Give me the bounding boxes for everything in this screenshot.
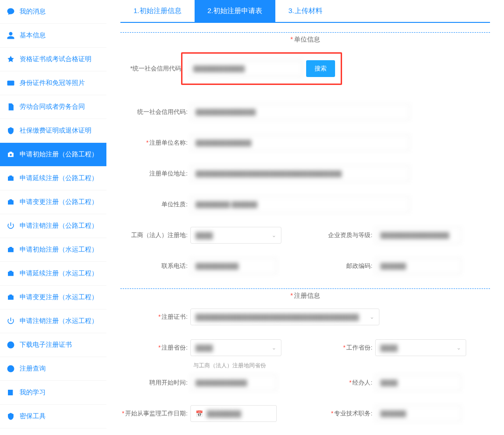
sidebar-item-social-security[interactable]: 社保缴费证明或退休证明 <box>0 119 106 143</box>
qual-level-input[interactable] <box>375 227 462 244</box>
sidebar-item-label: 申请延续注册（水运工程） <box>20 269 98 278</box>
unit-name-input[interactable] <box>190 134 410 151</box>
reg-province-select[interactable]: ████ ⌄ <box>190 339 281 356</box>
idcard-icon <box>7 79 15 87</box>
sidebar: 我的消息 基本信息 资格证书或考试合格证明 身份证件和免冠等照片 劳动合同或者劳… <box>0 0 106 435</box>
camera-icon <box>7 150 15 159</box>
sidebar-item-label: 申请注销注册（公路工程） <box>20 222 98 230</box>
sidebar-item-qualification-cert[interactable]: 资格证书或考试合格证明 <box>0 48 106 71</box>
hire-start-input[interactable] <box>190 374 277 391</box>
power-icon <box>7 222 15 230</box>
credit-code-label: 统一社会信用代码: <box>120 108 190 116</box>
sidebar-item-label: 基本信息 <box>20 31 46 40</box>
badge-icon <box>7 55 15 63</box>
svg-rect-0 <box>7 81 14 86</box>
credit-code-search-row: *统一社会信用代码 搜索 <box>120 52 490 85</box>
tab-initial-reg-info[interactable]: 1.初始注册信息 <box>120 0 195 22</box>
shield-icon <box>7 126 15 135</box>
sidebar-item-label: 密保工具 <box>20 412 46 421</box>
user-icon <box>7 31 15 40</box>
credit-code-search-label: *统一社会信用代码 <box>120 64 181 73</box>
phone-input[interactable] <box>190 258 277 274</box>
search-button[interactable]: 搜索 <box>306 60 335 77</box>
sidebar-item-label: 申请初始注册（水运工程） <box>20 246 98 254</box>
file-icon <box>7 103 15 111</box>
power-icon <box>7 317 15 325</box>
cert-label: *注册证书: <box>120 313 190 321</box>
sidebar-item-renew-reg-water[interactable]: 申请延续注册（水运工程） <box>0 262 106 286</box>
tab-upload-materials[interactable]: 3.上传材料 <box>275 0 336 22</box>
unit-name-label: *注册单位名称: <box>120 139 190 147</box>
reg-province-hint: 与工商（法人）注册地同省份 <box>193 362 490 370</box>
unit-type-input[interactable] <box>190 196 410 213</box>
sidebar-item-label: 劳动合同或者劳务合同 <box>20 103 85 111</box>
handler-label: *经办人: <box>305 379 375 387</box>
camera-icon <box>7 293 15 302</box>
sidebar-item-my-study[interactable]: 我的学习 <box>0 381 106 405</box>
phone-label: 联系电话: <box>120 262 190 270</box>
sidebar-item-labor-contract[interactable]: 劳动合同或者劳务合同 <box>0 95 106 119</box>
sidebar-item-cancel-reg-water[interactable]: 申请注销注册（水运工程） <box>0 309 106 333</box>
handler-input[interactable] <box>375 374 462 391</box>
sidebar-item-my-messages[interactable]: 我的消息 <box>0 0 106 24</box>
book-icon <box>7 388 15 397</box>
work-province-label: *工作省份: <box>305 344 375 352</box>
chevron-down-icon: ⌄ <box>370 314 374 320</box>
credit-code-search-box: 搜索 <box>181 52 342 85</box>
unit-addr-label: 注册单位地址: <box>120 169 190 178</box>
sidebar-item-label: 下载电子注册证书 <box>20 341 72 349</box>
sidebar-item-security-tool[interactable]: 密保工具 <box>0 405 106 428</box>
svg-point-1 <box>10 154 12 156</box>
tab-initial-reg-form[interactable]: 2.初始注册申请表 <box>195 0 276 22</box>
cert-select[interactable]: ██████████████████████████████████████ ⌄ <box>190 309 379 325</box>
check-icon <box>7 412 15 421</box>
sidebar-item-initial-reg-road[interactable]: 申请初始注册（公路工程） <box>0 143 106 167</box>
sidebar-item-label: 申请初始注册（公路工程） <box>20 150 98 159</box>
section-title-reg-info: *注册信息 <box>120 288 490 309</box>
sidebar-item-reg-query[interactable]: 注册查询 <box>0 357 106 381</box>
sidebar-item-basic-info[interactable]: 基本信息 <box>0 24 106 48</box>
qual-level-label: 企业资质与等级: <box>305 231 375 239</box>
tabs: 1.初始注册信息 2.初始注册申请表 3.上传材料 <box>120 0 490 23</box>
sidebar-item-initial-reg-water[interactable]: 申请初始注册（水运工程） <box>0 238 106 262</box>
work-province-select[interactable]: ████ ⌄ <box>375 339 466 356</box>
biz-reg-label: 工商（法人）注册地: <box>120 231 190 239</box>
hire-start-label: 聘用开始时间: <box>120 379 190 387</box>
calendar-icon: 📅 <box>196 410 203 417</box>
sidebar-item-renew-reg-road[interactable]: 申请延续注册（公路工程） <box>0 167 106 190</box>
sidebar-item-label: 社保缴费证明或退休证明 <box>20 126 91 135</box>
chat-icon <box>7 341 15 349</box>
camera-icon <box>7 174 15 182</box>
reg-province-label: *注册省份: <box>120 344 190 352</box>
unit-type-label: 单位性质: <box>120 200 190 209</box>
sidebar-item-download-cert[interactable]: 下载电子注册证书 <box>0 333 106 357</box>
postal-input[interactable] <box>375 258 462 274</box>
chat-icon <box>7 365 15 373</box>
camera-icon <box>7 198 15 206</box>
sidebar-item-label: 申请变更注册（公路工程） <box>20 198 98 206</box>
chevron-down-icon: ⌄ <box>272 344 276 351</box>
sidebar-item-label: 申请变更注册（水运工程） <box>20 293 98 302</box>
start-date-label: *开始从事监理工作日期: <box>120 409 190 418</box>
tech-title-label: *专业技术职务: <box>305 409 375 418</box>
sidebar-item-change-reg-water[interactable]: 申请变更注册（水运工程） <box>0 286 106 309</box>
main-content: 1.初始注册信息 2.初始注册申请表 3.上传材料 *单位信息 *统一社会信用代… <box>106 0 504 435</box>
sidebar-item-change-reg-road[interactable]: 申请变更注册（公路工程） <box>0 190 106 214</box>
sidebar-item-label: 申请延续注册（公路工程） <box>20 174 98 182</box>
sidebar-item-cancel-reg-road[interactable]: 申请注销注册（公路工程） <box>0 214 106 238</box>
sidebar-item-label: 我的消息 <box>20 7 46 16</box>
tech-title-input[interactable] <box>375 405 462 422</box>
credit-code-input[interactable] <box>190 104 410 120</box>
sidebar-item-id-photo[interactable]: 身份证件和免冠等照片 <box>0 71 106 95</box>
sidebar-item-logout[interactable]: 退出登录 <box>0 428 106 435</box>
sidebar-item-label: 资格证书或考试合格证明 <box>20 55 91 63</box>
unit-addr-input[interactable] <box>190 165 410 182</box>
svg-point-2 <box>7 342 14 349</box>
sidebar-item-label: 我的学习 <box>20 388 46 397</box>
sidebar-item-label: 申请注销注册（水运工程） <box>20 317 98 325</box>
start-date-input[interactable]: 📅 ████████ <box>190 405 277 422</box>
camera-icon <box>7 246 15 254</box>
credit-code-search-input[interactable] <box>188 60 302 77</box>
section-title-unit-info: *单位信息 <box>120 32 490 52</box>
biz-reg-select[interactable]: ████ ⌄ <box>190 227 281 244</box>
